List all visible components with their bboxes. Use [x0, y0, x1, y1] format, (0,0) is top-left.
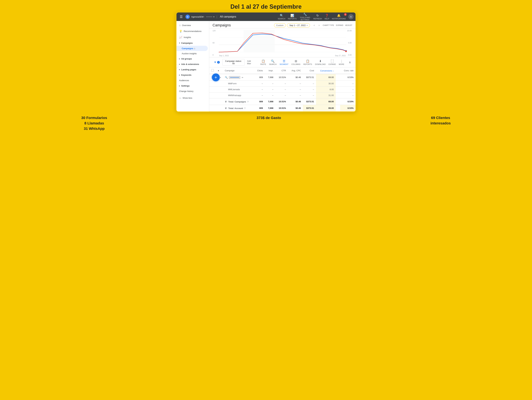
paste-btn[interactable]: 📋 PASTE: [259, 59, 267, 66]
ads-arrow: ▸: [179, 63, 180, 65]
sidebar-landing-pages-header[interactable]: ▸ Landing pages: [177, 67, 209, 72]
sidebar-campaigns-header[interactable]: ▾ Campaigns: [177, 40, 209, 46]
sidebar-keywords-label: Keywords: [181, 74, 191, 76]
expand-btn[interactable]: ⛶ EXPAND: [327, 59, 337, 66]
nav-divider: |: [216, 15, 217, 19]
account-selector[interactable]: AgenciaSEM › •••••••••• ▾: [191, 16, 215, 18]
total-acc-blank: [336, 105, 340, 112]
download-icon: ⬇: [319, 59, 322, 63]
sidebar-item-change-history[interactable]: Change history: [177, 88, 208, 94]
main-window: ☰ G AgenciaSEM › •••••••••• ▾ | All camp…: [176, 12, 356, 112]
th-conv-rate: Conv. rate: [340, 67, 355, 74]
download-btn[interactable]: ⬇ DOWNLOAD: [314, 59, 327, 66]
filter-badge: 1: [217, 61, 220, 64]
row-avg-cpc: $0.46: [288, 74, 303, 81]
tools-nav-item[interactable]: 🔧 TOOLS AND SETTINGS: [299, 13, 311, 21]
th-avg-cpc: Avg. CPC: [288, 67, 303, 74]
search-btn[interactable]: 🔍 SEARCH: [268, 59, 278, 66]
conv-sort-icon: ↓: [333, 69, 334, 72]
prev-date-btn[interactable]: ‹: [312, 23, 317, 28]
svg-point-8: [345, 50, 347, 52]
expand-total-account[interactable]: ∨: [225, 107, 227, 110]
total-campaigns-help[interactable]: ?: [247, 101, 248, 103]
sidebar-ad-groups-header[interactable]: ▸ Ad groups: [177, 56, 209, 62]
segment-btn[interactable]: ☰ SEGMENT: [278, 59, 290, 66]
sidebar-landing-pages-label: Landing pages: [181, 68, 196, 71]
reports-nav-item[interactable]: 📊 REPORTS: [288, 14, 297, 20]
sidebar-item-campaigns[interactable]: Campaigns ⌂: [177, 46, 208, 51]
header-checkbox[interactable]: [211, 69, 214, 72]
edit-icon[interactable]: ✏: [242, 76, 243, 79]
ad-groups-arrow: ▸: [179, 58, 180, 60]
sub-impr-1: –: [265, 81, 275, 87]
toolbar-collapse-btn[interactable]: ∧: [348, 60, 352, 65]
th-cost: Cost: [303, 67, 316, 74]
chart-area: 120 60 0 10.00 5.00 0.00: [209, 28, 355, 57]
total-account-help[interactable]: ?: [244, 107, 245, 110]
status-dropdown[interactable]: ▾: [220, 76, 221, 78]
total-acc-cb: [209, 105, 216, 112]
sidebar-item-overview[interactable]: ⌂ Overview: [177, 22, 208, 28]
sub-cost-2: –: [303, 87, 316, 93]
sidebar-recommendations-label: Recommendations: [184, 30, 201, 32]
sub-conv-1: 30.00: [316, 81, 336, 87]
sidebar-item-audiences[interactable]: Audiences: [177, 78, 208, 83]
sidebar-item-recommendations[interactable]: 💡 Recommendations: [177, 28, 208, 34]
sidebar-ads-extensions-header[interactable]: ▸ Ads & extensions: [177, 62, 209, 67]
table-wrap: ● Campaign Clicks Impr. CTR Avg. CPC Cos…: [209, 67, 355, 112]
download-label: DOWNLOAD: [315, 63, 326, 65]
chart-svg: [213, 28, 352, 55]
campaign-name[interactable]: ••••••••••••: [229, 76, 241, 79]
add-filter-btn[interactable]: Add filter: [246, 59, 256, 65]
paste-icon: 📋: [261, 59, 265, 63]
y-label-0: 0: [213, 54, 215, 56]
bottom-annotations: 30 Formularios 8 Llamadas 31 WhtsApp 373…: [3, 112, 529, 133]
total-camp-cost: $373.51: [303, 98, 316, 105]
search-nav-item[interactable]: 🔍 SEARCH: [278, 14, 285, 20]
header-nav-btns: ‹ ›: [312, 23, 321, 28]
fab-add-btn[interactable]: +: [212, 74, 220, 81]
user-avatar[interactable]: A: [348, 14, 354, 19]
hamburger-menu[interactable]: ☰: [178, 14, 184, 19]
sidebar-settings-header[interactable]: ▸ Settings: [177, 83, 209, 88]
sub-blank-3: [336, 93, 340, 98]
more-icon: ⋮: [340, 59, 343, 63]
show-less-icon: —: [179, 97, 181, 99]
campaigns-arrow: ▾: [179, 42, 180, 44]
nav-campaign-label: All campaigns: [220, 15, 236, 18]
total-campaigns-label: Total: Campaigns: [228, 100, 246, 103]
expand-total-campaigns[interactable]: ∨: [225, 100, 227, 103]
sub-rate-2: –: [340, 87, 355, 93]
notifications-nav-item[interactable]: 🔔 NOTIFICATIONS 1: [332, 14, 346, 20]
total-campaigns-label-cell: ∨ Total: Campaigns ?: [223, 98, 254, 105]
date-range-btn[interactable]: Sep 1 – 27, 2022 ▾: [287, 23, 310, 27]
total-acc-clicks: 809: [254, 105, 265, 112]
sidebar-overview-label: Overview: [182, 24, 191, 26]
sub-status: [216, 81, 223, 87]
search-icon: 🔍: [271, 59, 274, 63]
recommendations-icon: 💡: [179, 30, 182, 33]
sub-cpc-3: –: [288, 93, 303, 98]
show-less-btn[interactable]: — Show less: [177, 95, 209, 101]
tools-nav-icon: 🔧: [303, 13, 307, 16]
paste-label: PASTE: [260, 63, 266, 65]
sidebar-item-auction-insights[interactable]: Auction insights: [177, 51, 208, 56]
sidebar-item-insights[interactable]: 📈 Insights: [177, 34, 208, 40]
total-account-row: ∨ Total: Account ? 809 7,698 10.51% $0.4…: [209, 105, 355, 112]
account-dropdown[interactable]: ▾: [213, 16, 215, 18]
filter-btn[interactable]: ▼ 1: [213, 60, 221, 64]
help-nav-icon: ❓: [325, 14, 329, 17]
total-camp-ctr: 10.51%: [275, 98, 288, 105]
help-nav-item[interactable]: ❓ HELP: [324, 14, 329, 20]
y-label-60: 60: [213, 42, 215, 44]
total-status: [216, 98, 223, 105]
top-nav: ☰ G AgenciaSEM › •••••••••• ▾ | All camp…: [177, 12, 355, 21]
next-date-btn[interactable]: ›: [317, 23, 321, 28]
reports-btn[interactable]: 📋 REPORTS: [302, 59, 313, 66]
refresh-nav-item[interactable]: ↻ REFRESH: [313, 14, 322, 20]
more-btn[interactable]: ⋮ MORE: [337, 59, 346, 66]
total-camp-cpc: $0.46: [288, 98, 303, 105]
sidebar-keywords-header[interactable]: ▸ Keywords: [177, 72, 209, 78]
columns-btn[interactable]: ⊞ COLUMNS: [290, 59, 302, 66]
campaign-status-filter[interactable]: Campaign status: All: [222, 59, 245, 66]
